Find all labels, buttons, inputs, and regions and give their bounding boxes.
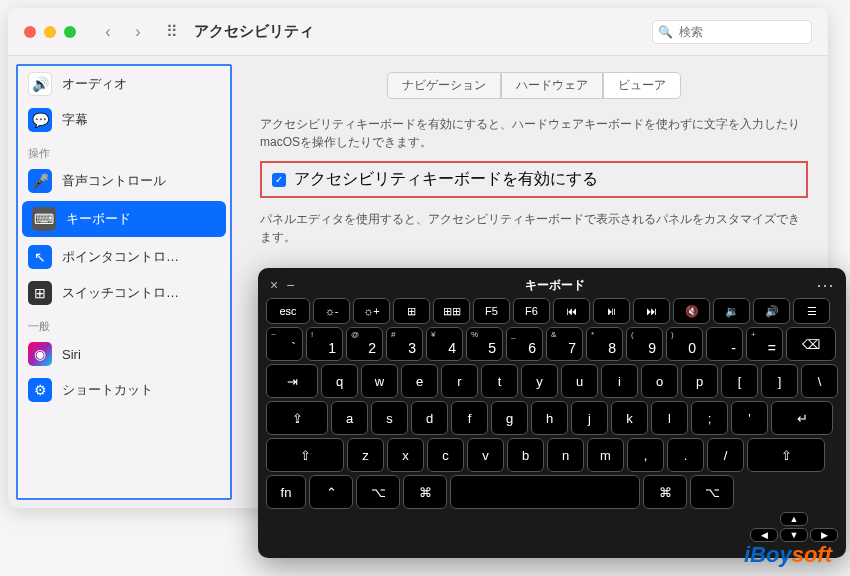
key[interactable]: 🔇: [673, 298, 710, 324]
key[interactable]: #3: [386, 327, 423, 361]
key-right[interactable]: ▶: [810, 528, 838, 542]
key[interactable]: v: [467, 438, 504, 472]
key[interactable]: ⌃: [309, 475, 353, 509]
key[interactable]: ': [731, 401, 768, 435]
key[interactable]: \: [801, 364, 838, 398]
key[interactable]: a: [331, 401, 368, 435]
key[interactable]: d: [411, 401, 448, 435]
sidebar-item-audio[interactable]: 🔊 オーディオ: [18, 66, 230, 102]
key[interactable]: ;: [691, 401, 728, 435]
key[interactable]: l: [651, 401, 688, 435]
key[interactable]: w: [361, 364, 398, 398]
tab-hardware[interactable]: ハードウェア: [501, 72, 603, 99]
tab-navigation[interactable]: ナビゲーション: [387, 72, 501, 99]
key[interactable]: )0: [666, 327, 703, 361]
key[interactable]: ☼-: [313, 298, 350, 324]
key[interactable]: ⏯: [593, 298, 630, 324]
minimize-icon[interactable]: [44, 26, 56, 38]
key[interactable]: ⇥: [266, 364, 318, 398]
key-up[interactable]: ▲: [780, 512, 808, 526]
zoom-icon[interactable]: [64, 26, 76, 38]
key[interactable]: -: [706, 327, 743, 361]
key-down[interactable]: ▼: [780, 528, 808, 542]
key[interactable]: _6: [506, 327, 543, 361]
sidebar-item-switch[interactable]: ⊞ スイッチコントロ…: [18, 275, 230, 311]
back-button[interactable]: ‹: [96, 20, 120, 44]
forward-button[interactable]: ›: [126, 20, 150, 44]
key[interactable]: o: [641, 364, 678, 398]
tab-viewer[interactable]: ビューア: [603, 72, 681, 99]
key[interactable]: ,: [627, 438, 664, 472]
key[interactable]: e: [401, 364, 438, 398]
key[interactable]: p: [681, 364, 718, 398]
key[interactable]: &7: [546, 327, 583, 361]
traffic-lights[interactable]: [24, 26, 76, 38]
key[interactable]: ⊞⊞: [433, 298, 470, 324]
more-icon[interactable]: ⋯: [816, 274, 834, 296]
key[interactable]: ☼+: [353, 298, 390, 324]
sidebar-item-keyboard[interactable]: ⌨ キーボード: [22, 201, 226, 237]
key[interactable]: @2: [346, 327, 383, 361]
key[interactable]: 🔉: [713, 298, 750, 324]
key[interactable]: ⇧: [747, 438, 825, 472]
key[interactable]: ⌘: [643, 475, 687, 509]
key-left[interactable]: ◀: [750, 528, 778, 542]
key[interactable]: y: [521, 364, 558, 398]
key[interactable]: f: [451, 401, 488, 435]
key[interactable]: ⌥: [356, 475, 400, 509]
close-icon[interactable]: ×: [270, 277, 278, 293]
key[interactable]: ~`: [266, 327, 303, 361]
key[interactable]: !1: [306, 327, 343, 361]
key[interactable]: ⏭: [633, 298, 670, 324]
key[interactable]: ]: [761, 364, 798, 398]
key[interactable]: fn: [266, 475, 306, 509]
key[interactable]: q: [321, 364, 358, 398]
key[interactable]: k: [611, 401, 648, 435]
key[interactable]: r: [441, 364, 478, 398]
key[interactable]: [: [721, 364, 758, 398]
search-input[interactable]: [652, 20, 812, 44]
key[interactable]: g: [491, 401, 528, 435]
key[interactable]: ⌘: [403, 475, 447, 509]
sidebar-item-siri[interactable]: ◉ Siri: [18, 336, 230, 372]
key[interactable]: i: [601, 364, 638, 398]
checkbox-icon[interactable]: ✓: [272, 173, 286, 187]
key[interactable]: *8: [586, 327, 623, 361]
minimize-icon[interactable]: −: [286, 277, 294, 293]
key[interactable]: F5: [473, 298, 510, 324]
sidebar-item-pointer[interactable]: ↖ ポインタコントロ…: [18, 239, 230, 275]
accessibility-keyboard[interactable]: × − キーボード ⋯ esc☼-☼+⊞⊞⊞F5F6⏮⏯⏭🔇🔉🔊☰ ~`!1@2…: [258, 268, 846, 558]
key[interactable]: +=: [746, 327, 783, 361]
key[interactable]: ⌥: [690, 475, 734, 509]
sidebar-item-voice[interactable]: 🎤 音声コントロール: [18, 163, 230, 199]
key[interactable]: /: [707, 438, 744, 472]
key[interactable]: ⌫: [786, 327, 836, 361]
key[interactable]: c: [427, 438, 464, 472]
sidebar-item-captions[interactable]: 💬 字幕: [18, 102, 230, 138]
key[interactable]: [450, 475, 640, 509]
key[interactable]: s: [371, 401, 408, 435]
key[interactable]: .: [667, 438, 704, 472]
key[interactable]: x: [387, 438, 424, 472]
key[interactable]: esc: [266, 298, 310, 324]
key[interactable]: ⏮: [553, 298, 590, 324]
key[interactable]: n: [547, 438, 584, 472]
key[interactable]: ↵: [771, 401, 833, 435]
key[interactable]: ¥4: [426, 327, 463, 361]
key[interactable]: t: [481, 364, 518, 398]
key[interactable]: ⊞: [393, 298, 430, 324]
enable-keyboard-row[interactable]: ✓ アクセシビリティキーボードを有効にする: [260, 161, 808, 198]
key[interactable]: ⇪: [266, 401, 328, 435]
key[interactable]: m: [587, 438, 624, 472]
key[interactable]: h: [531, 401, 568, 435]
key[interactable]: 🔊: [753, 298, 790, 324]
apps-grid-icon[interactable]: ⠿: [162, 22, 182, 42]
key[interactable]: u: [561, 364, 598, 398]
key[interactable]: %5: [466, 327, 503, 361]
key[interactable]: b: [507, 438, 544, 472]
close-icon[interactable]: [24, 26, 36, 38]
key[interactable]: j: [571, 401, 608, 435]
sidebar-item-shortcut[interactable]: ⚙ ショートカット: [18, 372, 230, 408]
key[interactable]: ☰: [793, 298, 830, 324]
key[interactable]: ⇧: [266, 438, 344, 472]
